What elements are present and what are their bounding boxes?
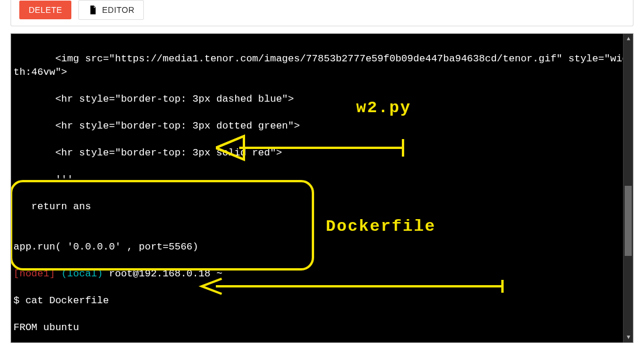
- annotation-box: [11, 180, 314, 271]
- delete-button[interactable]: DELETE: [19, 1, 71, 19]
- code-line: return ans: [13, 200, 633, 213]
- prompt-line: [node1] (local) root@192.168.0.18 ~: [13, 267, 633, 280]
- editor-button[interactable]: EDITOR: [78, 0, 144, 20]
- prompt-node: [node1]: [13, 268, 61, 279]
- annotation-label-dockerfile: Dockerfile: [326, 220, 436, 233]
- code-line: <hr style="border-top: 3px dotted green"…: [13, 119, 633, 133]
- annotation-label-w2py: w2.py: [356, 101, 411, 115]
- prompt-userhost: root@192.168.0.18 ~: [109, 268, 222, 279]
- scrollbar-thumb[interactable]: [625, 186, 632, 256]
- toolbar: DELETE EDITOR: [11, 0, 633, 25]
- scroll-down-icon[interactable]: ▼: [625, 334, 632, 341]
- code-line: ''': [13, 173, 633, 186]
- terminal-scrollbar[interactable]: ▲ ▼: [623, 34, 633, 342]
- editor-button-label: EDITOR: [102, 5, 135, 15]
- code-line: app.run( '0.0.0.0' , port=5566): [13, 240, 633, 254]
- code-line: <img src="https://media1.tenor.com/image…: [13, 52, 633, 79]
- file-icon: [88, 5, 98, 15]
- command-line: $ cat Dockerfile: [13, 294, 633, 307]
- prompt-local: (local): [61, 268, 109, 279]
- code-line: <hr style="border-top: 3px solid red">: [13, 146, 633, 160]
- code-line: <hr style="border-top: 3px dashed blue">: [13, 92, 633, 106]
- terminal-output[interactable]: <img src="https://media1.tenor.com/image…: [11, 33, 633, 343]
- scroll-up-icon[interactable]: ▲: [625, 36, 632, 42]
- delete-button-label: DELETE: [29, 5, 62, 15]
- dockerfile-line: FROM ubuntu: [13, 321, 633, 334]
